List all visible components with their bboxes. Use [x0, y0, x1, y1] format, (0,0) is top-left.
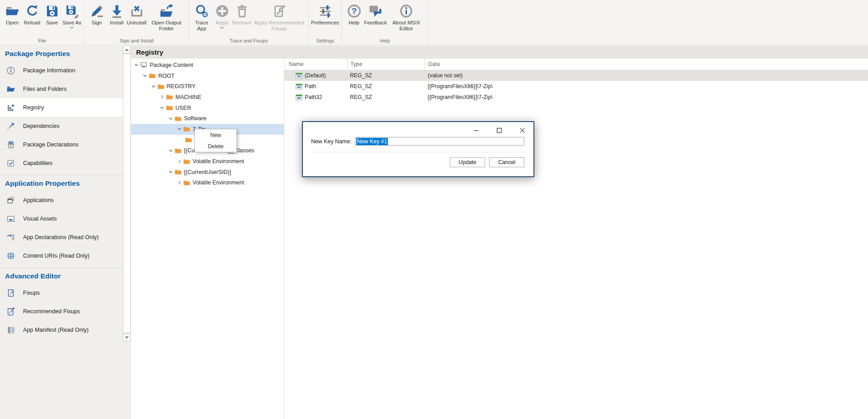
- chevron-right-icon[interactable]: [159, 94, 165, 100]
- cell-type: REG_SZ: [347, 94, 425, 100]
- folder-orange-icon: [157, 83, 165, 90]
- cell-data: (value not set): [425, 72, 868, 79]
- column-header-name[interactable]: Name: [284, 59, 347, 70]
- tree-row[interactable]: Package Content: [131, 60, 284, 71]
- column-header-data[interactable]: Data: [425, 59, 868, 70]
- sidebar-item-app-manifest[interactable]: App Manifest (Read Only): [0, 320, 123, 339]
- help-button[interactable]: ?Help: [344, 0, 364, 26]
- table-row[interactable]: abPath32REG_SZ[{ProgramFilesX86}]\7-Zip\: [284, 92, 868, 103]
- tree-row[interactable]: MACHINE: [131, 92, 284, 103]
- column-header-type[interactable]: Type: [347, 59, 425, 70]
- trace-icon: [194, 4, 209, 19]
- doc-wrench-blue-icon: [6, 288, 15, 297]
- open-button[interactable]: Open: [2, 0, 22, 26]
- folder-open-blue-icon: [6, 85, 15, 94]
- scroll-up-button[interactable]: [123, 46, 131, 53]
- update-button[interactable]: Update: [450, 157, 485, 167]
- chevron-down-icon[interactable]: [150, 83, 157, 90]
- chevron-down-icon[interactable]: [167, 147, 174, 154]
- sidebar-section-heading: Package Properties: [0, 46, 123, 61]
- sidebar-item-package-declarations[interactable]: Package Declarations: [0, 135, 123, 154]
- install-button[interactable]: Install: [107, 0, 127, 26]
- chevron-right-icon[interactable]: [176, 179, 183, 186]
- sidebar-item-package-information[interactable]: Package Information: [0, 61, 123, 80]
- sidebar-item-visual-assets[interactable]: Visual Assets: [0, 209, 123, 228]
- trace-app-button[interactable]: Trace App: [191, 0, 212, 32]
- sidebar-item-label: Dependencies: [23, 123, 60, 129]
- value-name: (Default): [305, 72, 326, 79]
- maximize-button[interactable]: [496, 127, 502, 133]
- chevron-down-icon[interactable]: [167, 115, 174, 122]
- tree-row[interactable]: Volatile Environment: [131, 156, 284, 167]
- feedback-button[interactable]: Feedback: [364, 0, 387, 26]
- reload-button[interactable]: Reload: [22, 0, 42, 26]
- chevron-down-icon[interactable]: [142, 72, 148, 79]
- chevron-down-icon[interactable]: [176, 126, 183, 132]
- close-button[interactable]: [519, 127, 525, 133]
- folder-orange-icon: [149, 72, 156, 79]
- dropdown-chevron-icon[interactable]: [220, 26, 224, 29]
- tree-row[interactable]: USER: [131, 103, 284, 113]
- save-button[interactable]: Save: [42, 0, 62, 26]
- ribbon-group-label: File: [2, 38, 82, 45]
- ribbon-button-label: Feedback: [364, 20, 387, 26]
- cancel-button[interactable]: Cancel: [489, 157, 524, 167]
- cell-name: abPath: [284, 83, 347, 89]
- chevron-down-icon[interactable]: [159, 104, 165, 111]
- sidebar-item-label: Package Information: [23, 67, 75, 74]
- open-output-folder-button[interactable]: Open Output Folder: [146, 0, 186, 32]
- uninstall-button[interactable]: Uninstall: [127, 0, 146, 26]
- dependencies-icon: [6, 122, 15, 131]
- sidebar-item-files-and-folders[interactable]: Files and Folders: [0, 80, 123, 98]
- tree-row[interactable]: Volatile Environment: [131, 178, 284, 188]
- tree-row[interactable]: ROOT: [131, 71, 284, 81]
- sidebar-item-applications[interactable]: Applications: [0, 191, 123, 209]
- sidebar-item-label: Registry: [23, 104, 44, 111]
- tree-row[interactable]: Software: [131, 113, 284, 124]
- sign-button[interactable]: Sign: [87, 0, 107, 26]
- sidebar-item-dependencies[interactable]: Dependencies: [0, 117, 123, 135]
- table-row[interactable]: abPathREG_SZ[{ProgramFilesX86}]\7-Zip\: [284, 81, 868, 92]
- chevron-right-icon[interactable]: [176, 158, 183, 165]
- tree-row[interactable]: REGISTRY: [131, 81, 284, 92]
- chevron-down-icon[interactable]: [133, 61, 140, 68]
- reload-icon: [25, 4, 40, 19]
- sidebar-item-registry[interactable]: Registry: [0, 98, 123, 117]
- table-row[interactable]: ab(Default)REG_SZ(value not set): [284, 70, 868, 81]
- sidebar-item-content-uris[interactable]: Content URIs (Read Only): [0, 246, 123, 265]
- tree-row[interactable]: [{CurrentUserSID}]: [131, 167, 284, 178]
- cell-type: REG_SZ: [347, 83, 425, 89]
- context-menu-item-delete[interactable]: Delete: [195, 141, 236, 152]
- ribbon-button-label: Preferences: [311, 20, 339, 26]
- context-menu-item-new[interactable]: New: [195, 129, 236, 141]
- preferences-button[interactable]: Preferences: [311, 0, 339, 26]
- ribbon-button-label: Apply Recommended Fixups: [252, 20, 306, 32]
- save-as-button[interactable]: Save As: [62, 0, 82, 29]
- tree-node-label: MACHINE: [175, 94, 202, 100]
- cell-name: ab(Default): [284, 72, 347, 79]
- scroll-down-button[interactable]: [123, 334, 131, 341]
- sidebar-item-capabilities[interactable]: Capabilities: [0, 154, 123, 172]
- about-msix-editor-button[interactable]: About MSIX Editor: [387, 0, 426, 32]
- cell-data: [{ProgramFilesX86}]\7-Zip\: [425, 94, 868, 100]
- apply-recommended-fixups-button[interactable]: Apply Recommended Fixups: [252, 0, 306, 32]
- ribbon-button-label: Save As: [62, 20, 81, 26]
- sidebar-item-recommended-fixups[interactable]: Recommended Fixups: [0, 302, 123, 320]
- scrollbar-thumb[interactable]: [123, 54, 131, 333]
- registry-tree: Package ContentROOTREGISTRYMACHINEUSERSo…: [131, 59, 284, 419]
- value-name: Path32: [305, 94, 322, 100]
- dropdown-chevron-icon[interactable]: [70, 26, 74, 29]
- sidebar-item-label: Content URIs (Read Only): [23, 253, 90, 259]
- apply-button[interactable]: Apply: [212, 0, 232, 29]
- chevron-down-icon[interactable]: [167, 169, 174, 175]
- sidebar-item-app-declarations[interactable]: App Declarations (Read Only): [0, 228, 123, 246]
- sidebar: Package PropertiesPackage InformationFil…: [0, 46, 123, 419]
- doc-wrench-star-blue-icon: [6, 307, 15, 316]
- remove-button[interactable]: Remove: [232, 0, 252, 26]
- string-value-icon: ab: [296, 94, 302, 100]
- ribbon-button-label: Sign: [91, 20, 102, 26]
- ribbon-group-label: Help: [344, 38, 426, 45]
- sidebar-item-fixups[interactable]: Fixups: [0, 283, 123, 302]
- new-key-name-input[interactable]: New Key #1: [355, 137, 524, 146]
- minimize-button[interactable]: [473, 127, 479, 133]
